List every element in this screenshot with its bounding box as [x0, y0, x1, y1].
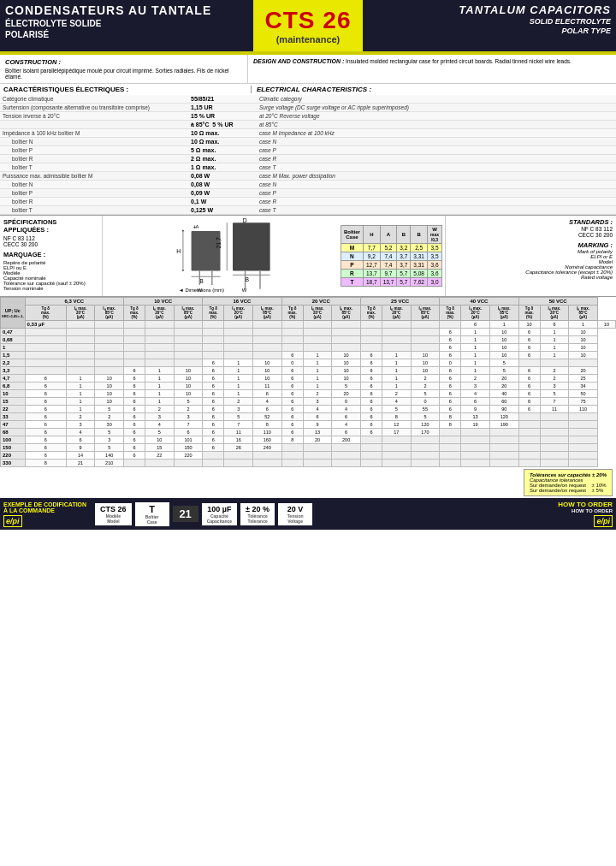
data-cell: 6 — [440, 344, 461, 352]
data-cell: 2 — [540, 375, 569, 383]
empty-cell — [25, 329, 66, 336]
empty-cell — [360, 344, 382, 352]
data-cell: 8 — [440, 413, 461, 421]
data-cell: 10 — [489, 336, 518, 344]
data-cell: 1 — [224, 375, 253, 383]
data-cell: 55 — [411, 406, 440, 413]
voltage-header: 10 VCC — [123, 298, 202, 305]
data-cell: 6 — [123, 421, 145, 429]
sub-header: Iₚ max.85°C(µA) — [332, 305, 361, 321]
specs-cecc: CECC 30 200 — [3, 241, 98, 247]
data-cell: 2 — [411, 383, 440, 390]
data-cell: 1 — [224, 367, 253, 375]
empty-cell — [440, 444, 461, 452]
elec-label-fr: Impédance à 100 kHz boîtier M — [0, 129, 188, 138]
empty-cell — [489, 429, 518, 436]
data-cell: 20 — [489, 383, 518, 390]
cap-value: 220 — [1, 452, 26, 460]
empty-cell — [569, 460, 598, 467]
empty-cell — [123, 352, 145, 359]
col-b1: B — [397, 226, 411, 244]
marking-title-fr: MARQUAGE : — [3, 251, 98, 258]
dim-cell: 13,7 — [363, 270, 380, 278]
empty-cell — [224, 352, 253, 359]
data-cell: 3 — [145, 413, 175, 421]
data-cell: 6 — [440, 375, 461, 383]
data-cell: 6 — [123, 367, 145, 375]
empty-cell — [518, 429, 540, 436]
data-cell: 6 — [203, 390, 224, 398]
data-cell: 6 — [203, 413, 224, 421]
data-cell: 6 — [518, 344, 540, 352]
marking-title-en: MARKING : — [449, 241, 613, 249]
data-cell: 20 — [569, 367, 598, 375]
data-cell: 10 — [95, 375, 124, 383]
tolerances-container: Tolérances sur capacités ± 20%Capacitanc… — [0, 467, 616, 498]
sub-header: Tg δmax.(%) — [440, 305, 461, 321]
data-cell: 6 — [123, 436, 145, 444]
cap-value: 47 — [1, 421, 26, 429]
data-row: 3,361106110611061106156220 — [1, 367, 616, 375]
empty-cell — [253, 452, 282, 460]
elec-value: 0,09 W — [188, 189, 257, 198]
empty-cell — [123, 329, 145, 336]
data-row: 2261562263664465556990611110 — [1, 406, 616, 413]
empty-cell — [123, 344, 145, 352]
dim-cell: 9,2 — [363, 252, 380, 261]
order-voltage: 20 V TensionVoltage — [278, 503, 312, 525]
empty-cell — [461, 452, 490, 460]
data-cell: 6 — [281, 390, 303, 398]
elec-label-fr: boîtier N — [0, 138, 188, 146]
data-cell: 8 — [25, 460, 66, 467]
voltage-header: 20 VCC — [281, 298, 360, 305]
data-cell: 6 — [25, 383, 66, 390]
data-cell: 3 — [303, 398, 332, 406]
data-cell: 10 — [95, 383, 124, 390]
empty-cell — [95, 352, 124, 359]
empty-cell — [303, 444, 332, 452]
empty-cell — [145, 321, 175, 329]
voltage-header: 6,3 VCC — [25, 298, 123, 305]
data-cell: 1 — [66, 406, 95, 413]
empty-cell — [440, 460, 461, 467]
data-cell: 13 — [461, 413, 490, 421]
empty-cell — [540, 421, 569, 429]
data-cell: 10 — [569, 329, 598, 336]
data-cell: 1 — [303, 375, 332, 383]
data-cell: 6 — [203, 429, 224, 436]
data-cell: 8 — [382, 413, 412, 421]
data-cell: 6 — [25, 406, 66, 413]
data-cell: 10 — [95, 398, 124, 406]
empty-cell — [145, 359, 175, 367]
data-cell: 5 — [145, 429, 175, 436]
sub-header: Tg δmax.(%) — [281, 305, 303, 321]
empty-cell — [440, 429, 461, 436]
data-cell: 10 — [174, 375, 203, 383]
voltage-header: 50 VCC — [518, 298, 597, 305]
empty-cell — [203, 460, 224, 467]
data-cell: 3 — [66, 421, 95, 429]
dim-cell: 7,7 — [363, 244, 380, 252]
data-cell: 6 — [461, 321, 490, 329]
data-cell: 6 — [360, 398, 382, 406]
data-cell: 6 — [440, 406, 461, 413]
empty-cell — [203, 329, 224, 336]
order-label-fr: EXEMPLE DE CODIFICATION À LA COMMANDE — [3, 501, 86, 513]
empty-cell — [489, 452, 518, 460]
data-cell: 1 — [66, 383, 95, 390]
data-cell: 6 — [518, 398, 540, 406]
data-cell: 6 — [360, 421, 382, 429]
dim-cell: 3,5 — [427, 244, 441, 252]
data-cell: 2 — [174, 406, 203, 413]
data-cell: 6 — [203, 383, 224, 390]
main-table-container: UP; UcSRC<1,85>-1,6,3 VCC10 VCC16 VCC20 … — [0, 297, 616, 498]
empty-cell — [411, 329, 440, 336]
data-cell: 1 — [461, 344, 490, 352]
dim-cell: 2,5 — [411, 244, 428, 252]
empty-cell — [281, 344, 303, 352]
data-cell: 10 — [174, 367, 203, 375]
data-cell: 160 — [253, 436, 282, 444]
construction-text-en: Insulated molded rectangular case for pr… — [346, 58, 572, 64]
data-row: 100663610101616160820200 — [1, 436, 616, 444]
empty-cell — [332, 444, 361, 452]
